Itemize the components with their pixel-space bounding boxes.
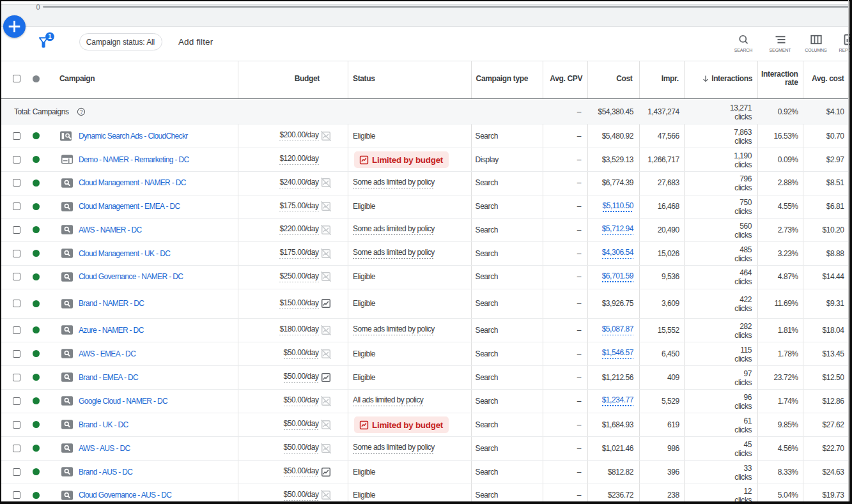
svg-text:1: 1: [48, 33, 52, 40]
svg-text:?: ?: [79, 108, 82, 114]
